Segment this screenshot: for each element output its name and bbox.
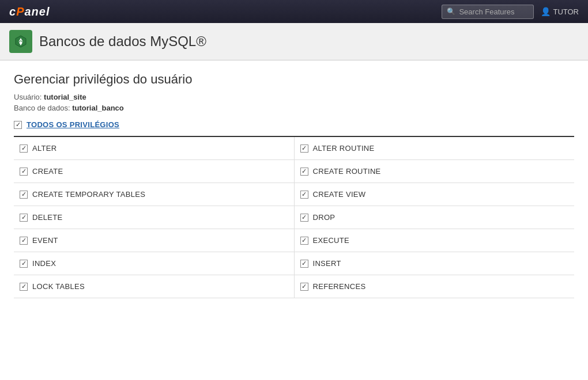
priv-item: REFERENCES [300,282,569,291]
table-row: INDEX INSERT [14,252,574,275]
priv-item: ALTER ROUTINE [300,144,569,153]
priv-label-left-4: EVENT [32,236,58,245]
tutor-button[interactable]: 👤 TUTOR [541,7,579,16]
cpanel-logo: cPanel [9,5,50,18]
all-privileges-checkbox[interactable] [14,121,22,129]
priv-label-right-1: CREATE ROUTINE [313,167,381,176]
tutor-label: TUTOR [553,7,579,16]
table-row: LOCK TABLES REFERENCES [14,275,574,298]
priv-checkbox-left-2[interactable] [20,191,28,199]
db-info: Banco de dados: tutorial_banco [14,104,574,112]
priv-checkbox-left-0[interactable] [20,145,28,153]
priv-item: DROP [300,213,569,222]
priv-item: INSERT [300,259,569,268]
priv-checkbox-left-4[interactable] [20,237,28,245]
user-value: tutorial_site [44,93,86,101]
priv-checkbox-right-0[interactable] [300,145,308,153]
priv-item: EXECUTE [300,236,569,245]
priv-label-right-3: DROP [313,213,336,222]
table-row: EVENT EXECUTE [14,229,574,252]
priv-item: EVENT [20,236,288,245]
search-placeholder: Search Features [459,7,514,16]
priv-item: CREATE VIEW [300,190,569,199]
priv-checkbox-left-5[interactable] [20,260,28,268]
page-main-title: Bancos de dados MySQL® [39,33,206,50]
priv-label-left-2: CREATE TEMPORARY TABLES [32,190,145,199]
priv-label-left-3: DELETE [32,213,62,222]
priv-label-right-0: ALTER ROUTINE [313,144,375,153]
header: cPanel 🔍 Search Features 👤 TUTOR [0,0,588,23]
priv-label-left-5: INDEX [32,259,56,268]
table-row: CREATE TEMPORARY TABLES CREATE VIEW [14,183,574,206]
priv-label-left-0: ALTER [32,144,56,153]
priv-item: DELETE [20,213,288,222]
priv-label-left-6: LOCK TABLES [32,282,85,291]
user-info: Usuário: tutorial_site [14,93,574,101]
priv-item: ALTER [20,144,288,153]
priv-checkbox-right-4[interactable] [300,237,308,245]
priv-item: CREATE TEMPORARY TABLES [20,190,288,199]
priv-item: CREATE [20,167,288,176]
header-right: 🔍 Search Features 👤 TUTOR [442,5,579,19]
priv-label-right-4: EXECUTE [313,236,350,245]
mysql-icon [9,30,32,53]
priv-checkbox-right-3[interactable] [300,214,308,222]
priv-item: LOCK TABLES [20,282,288,291]
priv-label-right-5: INSERT [313,259,341,268]
priv-checkbox-left-1[interactable] [20,168,28,176]
priv-label-right-2: CREATE VIEW [313,190,366,199]
priv-item: INDEX [20,259,288,268]
privileges-table: ALTER ALTER ROUTINE CREATE CREATE ROUTIN… [14,137,574,298]
table-row: CREATE CREATE ROUTINE [14,160,574,183]
priv-checkbox-right-6[interactable] [300,283,308,291]
all-privileges-link[interactable]: TODOS OS PRIVILÉGIOS [27,120,119,129]
search-box[interactable]: 🔍 Search Features [442,5,534,19]
priv-checkbox-left-3[interactable] [20,214,28,222]
priv-checkbox-right-2[interactable] [300,191,308,199]
all-privileges-container: TODOS OS PRIVILÉGIOS [14,120,574,137]
section-title: Gerenciar privilégios do usuário [14,72,574,87]
priv-checkbox-left-6[interactable] [20,283,28,291]
user-icon: 👤 [541,7,551,16]
db-value: tutorial_banco [72,104,124,112]
priv-label-right-6: REFERENCES [313,282,366,291]
priv-label-left-1: CREATE [32,167,63,176]
search-icon: 🔍 [447,7,455,16]
content: Gerenciar privilégios do usuário Usuário… [0,60,588,310]
priv-item: CREATE ROUTINE [300,167,569,176]
priv-checkbox-right-5[interactable] [300,260,308,268]
table-row: ALTER ALTER ROUTINE [14,137,574,160]
page-title-bar: Bancos de dados MySQL® [0,23,588,60]
table-row: DELETE DROP [14,206,574,229]
priv-checkbox-right-1[interactable] [300,168,308,176]
